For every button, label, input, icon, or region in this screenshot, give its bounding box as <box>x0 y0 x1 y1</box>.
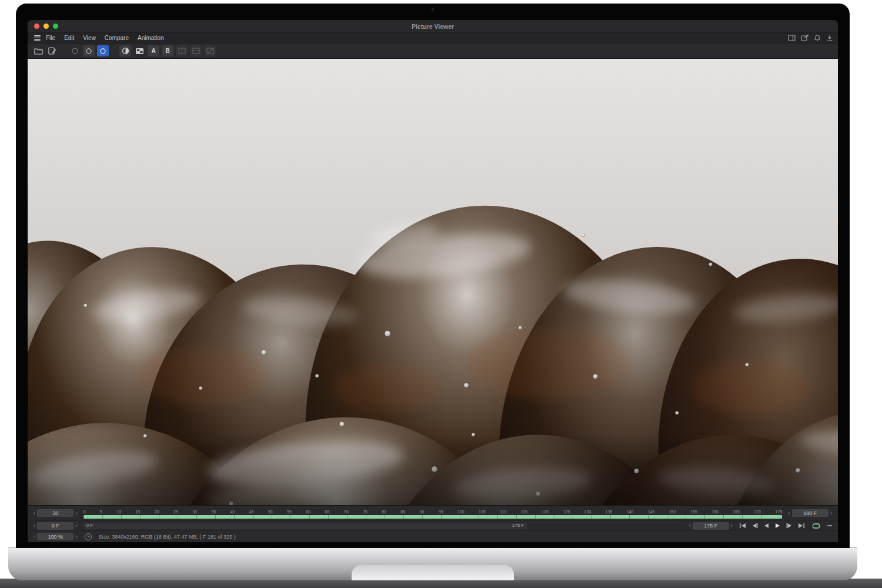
webcam-dot <box>432 8 435 11</box>
ruler-tick-label: 165 <box>733 510 740 514</box>
compare-split-vertical-button[interactable] <box>176 45 188 56</box>
frame-ruler[interactable]: 0510152025303540455055606570758085909510… <box>83 507 783 519</box>
zoom-button[interactable] <box>53 24 58 29</box>
ruler-tick-label: 100 <box>457 510 465 514</box>
menu-right-icons <box>788 35 833 41</box>
ruler-tick-label: 10 <box>116 510 121 514</box>
ruler-tick-label: 170 <box>754 510 761 514</box>
filmstrip-button[interactable] <box>133 45 145 56</box>
window-title: Picture Viewer <box>28 23 838 30</box>
end-frame-field[interactable]: 180 F <box>792 509 828 517</box>
menu-item[interactable]: Animation <box>138 35 163 41</box>
transport-row: ‹ 0 F › 0 F 175 F ‹ 175 F › <box>28 521 838 531</box>
compare-split-horizontal-button[interactable] <box>190 45 202 56</box>
range-start-field[interactable]: 0 F <box>37 522 74 530</box>
info-toggle-icon[interactable] <box>85 533 92 540</box>
ruler-tick-label: 0 <box>83 510 86 514</box>
spin-right-icon[interactable]: › <box>731 523 733 529</box>
play-reverse-button[interactable] <box>761 522 771 530</box>
status-row: ‹ 100 % › Size: 3840x2160, RGB (16 Bit),… <box>28 531 838 542</box>
menu-item[interactable]: Compare <box>105 35 129 41</box>
ruler-tick-label: 50 <box>268 510 273 514</box>
circle-icon <box>99 48 106 55</box>
zoom-spinner: ‹ 100 % › <box>34 533 78 540</box>
circle-icon <box>71 47 79 55</box>
deck-notch <box>352 565 514 580</box>
jump-start-button[interactable] <box>737 522 747 530</box>
ruler-tick-label: 90 <box>420 510 425 514</box>
compare-a-button[interactable]: A <box>148 45 159 56</box>
ruler-tick-label: 80 <box>382 510 386 514</box>
ruler-tick-label: 145 <box>648 510 655 514</box>
spin-left-icon[interactable]: ‹ <box>788 510 790 516</box>
end-frame-spinner: ‹ 180 F › <box>788 509 832 517</box>
ruler-tick-label: 115 <box>521 510 527 514</box>
save-image-button[interactable] <box>46 45 58 56</box>
panel-icon[interactable] <box>788 35 796 41</box>
download-icon[interactable] <box>826 35 833 41</box>
spin-left-icon[interactable]: ‹ <box>34 523 35 529</box>
spin-left-icon[interactable]: ‹ <box>34 510 35 516</box>
jump-start-icon <box>739 523 746 529</box>
render-image <box>28 59 838 505</box>
open-folder-button[interactable] <box>32 45 44 56</box>
ruler-tick-label: 25 <box>173 510 178 514</box>
image-info-text: Size: 3840x2160, RGB (16 Bit), 47.47 MB,… <box>99 534 236 540</box>
ruler-tick-label: 35 <box>211 510 216 514</box>
compare-b-label: B <box>165 48 169 54</box>
menu-item[interactable]: View <box>83 35 96 41</box>
ruler-tick-label: 160 <box>711 510 719 514</box>
spin-right-icon[interactable]: › <box>75 523 77 529</box>
play-button[interactable] <box>773 522 783 530</box>
zoom-field[interactable]: 100 % <box>37 533 74 540</box>
step-back-button[interactable] <box>749 522 759 530</box>
menu-items: FileEditViewCompareAnimation <box>46 35 163 41</box>
spin-right-icon[interactable]: › <box>830 510 832 516</box>
ruler-tick-label: 15 <box>136 510 141 514</box>
compare-a-label: A <box>151 48 155 54</box>
menu-item[interactable]: Edit <box>64 35 74 41</box>
preview-range-bar[interactable] <box>83 515 783 519</box>
contrast-button[interactable] <box>119 45 131 56</box>
circle-icon <box>85 48 92 55</box>
ruler-tick-label: 65 <box>325 510 330 514</box>
ruler-tick-label: 135 <box>606 510 613 514</box>
loop-icon <box>812 523 820 529</box>
ruler-tick-label: 125 <box>563 510 570 514</box>
spin-right-icon[interactable]: › <box>75 534 77 540</box>
traffic-lights <box>34 24 58 29</box>
menu-item[interactable]: File <box>46 35 55 41</box>
hamburger-icon[interactable] <box>34 35 41 41</box>
laptop-bezel: Picture Viewer FileEditViewCompareAnimat… <box>16 4 850 548</box>
jump-end-button[interactable] <box>796 522 806 530</box>
loop-button[interactable] <box>811 522 821 530</box>
nav-mode-button[interactable] <box>83 45 95 56</box>
scrub-track[interactable]: 0 F 175 F <box>83 523 683 529</box>
compare-swap-button[interactable] <box>204 45 216 56</box>
reload-button[interactable] <box>69 45 81 56</box>
close-button[interactable] <box>34 24 39 29</box>
ruler-tick-label: 75 <box>363 510 368 514</box>
minimize-button[interactable] <box>44 24 49 29</box>
ruler-tick-label: 105 <box>479 510 486 514</box>
current-frame-field[interactable]: 175 F <box>693 522 729 530</box>
spin-left-icon[interactable]: ‹ <box>34 534 35 540</box>
compare-b-button[interactable]: B <box>162 45 173 56</box>
page: Picture Viewer FileEditViewCompareAnimat… <box>0 0 882 588</box>
scrub-current-label: 175 F <box>512 523 524 528</box>
step-forward-button[interactable] <box>784 522 794 530</box>
scrub-range[interactable]: 0 F 175 F <box>83 523 527 529</box>
step-back-icon <box>751 523 758 529</box>
spin-left-icon[interactable]: ‹ <box>689 523 690 529</box>
fps-field[interactable]: 30 <box>37 509 74 517</box>
export-icon[interactable] <box>801 35 808 41</box>
bell-icon[interactable] <box>814 35 821 41</box>
transport-controls <box>737 522 832 530</box>
ruler-tick-label: 30 <box>192 510 197 514</box>
zoom-mode-button[interactable] <box>97 45 109 56</box>
ruler-tick-label: 140 <box>627 510 634 514</box>
spin-right-icon[interactable]: › <box>75 510 77 516</box>
ruler-tick-label: 45 <box>249 510 254 514</box>
ruler-tick-label: 70 <box>344 510 349 514</box>
menu-bar: FileEditViewCompareAnimation <box>28 33 838 44</box>
